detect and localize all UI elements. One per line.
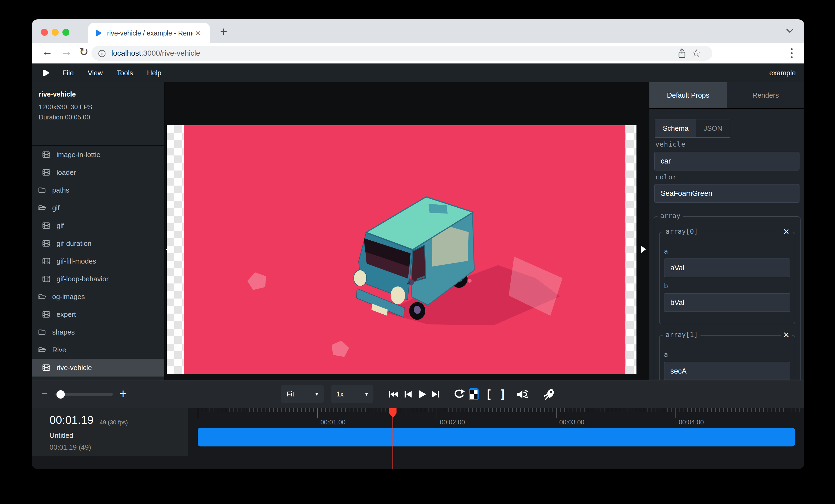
sidebar-item-label: rive-vehicle <box>57 364 92 372</box>
sidebar-item-rive-vehicle[interactable]: rive-vehicle <box>32 359 164 377</box>
sidebar-folder-rive[interactable]: Rive <box>32 341 164 359</box>
sidebar-item-gif[interactable]: gif <box>32 217 164 234</box>
sidebar-folder-og-images[interactable]: og-images <box>32 288 164 306</box>
zoom-in-icon[interactable]: + <box>119 386 127 401</box>
loop-toggle-button[interactable] <box>453 388 465 400</box>
ruler-label: 00:04.00 <box>679 419 704 426</box>
package-name-label: example <box>769 69 796 77</box>
current-time: 00:01.19 <box>49 414 94 426</box>
track-name[interactable]: Untitled <box>49 432 73 440</box>
browser-menu-icon[interactable] <box>790 47 793 59</box>
timeline-ruler[interactable] <box>198 408 801 412</box>
toggle-schema[interactable]: Schema <box>655 120 696 137</box>
tab-search-chevron-icon[interactable] <box>786 28 794 33</box>
skip-to-start-button[interactable] <box>388 389 399 400</box>
browser-window: rive-vehicle / example - Remotion × + ← … <box>32 19 805 469</box>
color-input[interactable] <box>654 184 799 203</box>
back-icon[interactable]: ← <box>41 45 53 58</box>
site-info-icon[interactable] <box>98 49 106 58</box>
animation-background <box>184 125 626 374</box>
sidebar-item-gif-fill-modes[interactable]: gif-fill-modes <box>32 252 164 270</box>
bookmark-star-icon[interactable]: ☆ <box>691 47 701 59</box>
volume-button[interactable] <box>516 389 528 400</box>
sidebar-folder-gif[interactable]: gif <box>32 199 164 217</box>
timeline-track-bar[interactable] <box>198 427 795 446</box>
props-tabs: Default Props Renders <box>649 82 805 109</box>
fit-dropdown-value: Fit <box>286 390 294 398</box>
array-legend: array <box>657 212 683 220</box>
playback-speed-dropdown[interactable]: 1x ▾ <box>331 385 373 403</box>
out-point-button[interactable]: ] <box>499 388 506 401</box>
in-point-button[interactable]: [ <box>485 388 492 401</box>
props-panel: Default Props Renders Schema JSON vehicl… <box>649 82 805 380</box>
close-window-button[interactable] <box>41 29 48 36</box>
menu-file[interactable]: File <box>62 69 74 77</box>
sidebar-item-label: og-images <box>52 293 85 301</box>
preview-canvas <box>165 82 648 380</box>
a-input[interactable] <box>664 362 790 380</box>
close-tab-icon[interactable]: × <box>195 28 201 38</box>
transparency-checker-toggle[interactable] <box>469 388 478 400</box>
browser-tab[interactable]: rive-vehicle / example - Remotion × <box>88 23 210 43</box>
decor-pentagon <box>330 339 350 358</box>
remotion-logo-icon[interactable] <box>41 68 50 78</box>
menu-view[interactable]: View <box>88 69 103 77</box>
sidebar-item-expert[interactable]: expert <box>32 306 164 323</box>
film-icon <box>42 168 50 177</box>
tab-renders[interactable]: Renders <box>727 82 805 108</box>
forward-icon[interactable]: → <box>61 45 72 58</box>
next-frame-button[interactable] <box>431 389 441 400</box>
menu-tools[interactable]: Tools <box>117 69 133 77</box>
folder-open-icon <box>38 292 46 301</box>
tab-default-props[interactable]: Default Props <box>649 82 727 108</box>
remove-array-item-icon[interactable]: × <box>781 227 792 237</box>
fullscreen-window-button[interactable] <box>62 29 69 36</box>
zoom-slider-thumb[interactable] <box>57 390 65 399</box>
address-bar[interactable]: localhost:3000/rive-vehicle ☆ <box>91 46 712 61</box>
remove-array-item-icon[interactable]: × <box>781 330 792 340</box>
sidebar-item-loader[interactable]: loader <box>32 164 164 181</box>
sidebar-item-image-in-lottie[interactable]: image-in-lottie <box>32 146 164 164</box>
sidebar-item-label: shapes <box>52 328 75 336</box>
rocket-render-button[interactable] <box>543 388 555 400</box>
van-illustration <box>347 189 565 332</box>
collapse-left-panel-icon[interactable] <box>166 246 171 253</box>
film-icon <box>42 257 50 266</box>
composition-name: rive-vehicle <box>39 90 157 98</box>
sidebar-item-gif-duration[interactable]: gif-duration <box>32 234 164 252</box>
collapse-right-panel-icon[interactable] <box>641 246 646 253</box>
array-item-0: array[0] × a b <box>659 232 795 324</box>
play-button[interactable] <box>417 388 427 400</box>
sidebar-folder-shapes[interactable]: shapes <box>32 323 164 341</box>
project-info: rive-vehicle 1200x630, 30 FPS Duration 0… <box>32 82 164 146</box>
second-tick <box>556 408 556 418</box>
menu-help[interactable]: Help <box>147 69 161 77</box>
playhead-marker[interactable] <box>389 408 396 418</box>
previous-frame-button[interactable] <box>403 389 413 400</box>
second-tick <box>675 408 676 418</box>
sidebar-item-gif-loop-behavior[interactable]: gif-loop-behavior <box>32 270 164 288</box>
zoom-out-icon[interactable]: − <box>41 387 48 399</box>
b-input[interactable] <box>664 293 790 312</box>
schema-json-toggle: Schema JSON <box>655 119 730 138</box>
a-input[interactable] <box>664 258 790 277</box>
reload-icon[interactable]: ↻ <box>79 45 88 58</box>
tab-title: rive-vehicle / example - Remotion <box>107 29 193 37</box>
new-tab-button[interactable]: + <box>220 24 227 39</box>
timeline-info-box: 00:01.19 49 (30 fps) Untitled 00:01.19 (… <box>32 408 188 456</box>
sidebar-item-label: gif-fill-modes <box>57 257 96 266</box>
film-icon <box>42 363 50 372</box>
array-0-legend: array[0] <box>663 228 700 235</box>
a-field-label: a <box>664 248 790 255</box>
remotion-favicon <box>94 29 102 37</box>
app-menubar: File View Tools Help example <box>32 63 805 82</box>
sidebar-folder-paths[interactable]: paths <box>32 181 164 199</box>
minimize-window-button[interactable] <box>52 29 59 36</box>
fit-dropdown[interactable]: Fit ▾ <box>281 385 324 403</box>
toggle-json[interactable]: JSON <box>696 120 730 137</box>
sidebar-item-label: gif-duration <box>57 239 91 248</box>
folder-open-icon <box>38 204 46 212</box>
array-item-1: array[1] × a b <box>659 335 795 380</box>
share-icon[interactable] <box>677 48 687 59</box>
vehicle-input[interactable] <box>654 152 799 170</box>
